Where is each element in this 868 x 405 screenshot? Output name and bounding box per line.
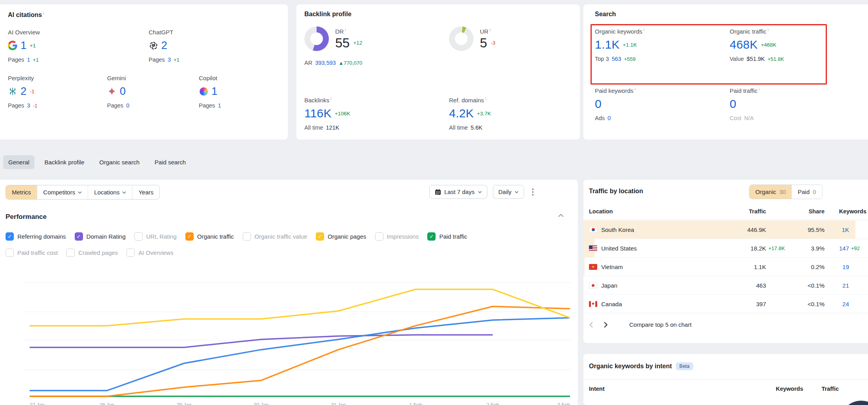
metric-checkbox[interactable]: ✓ Paid traffic: [427, 232, 467, 241]
backlink-profile-title: Backlink profile: [304, 11, 572, 18]
paid-traffic-value[interactable]: 0: [730, 97, 736, 111]
checkbox-icon[interactable]: ✓: [185, 232, 194, 241]
metric-checkbox[interactable]: AI Overviews: [126, 249, 173, 257]
svg-text:2 Feb: 2 Feb: [487, 402, 499, 405]
info-icon[interactable]: i: [759, 87, 760, 91]
ref-domains-value[interactable]: 4.2K: [449, 107, 474, 120]
search-title: Search: [595, 11, 860, 18]
info-icon[interactable]: i: [345, 27, 346, 32]
checkbox-icon[interactable]: [375, 232, 383, 241]
country-flag-icon: [589, 283, 597, 288]
metric-checkbox-row-2: Paid traffic cost Crawled pages AI Overv…: [6, 249, 174, 257]
top3-value[interactable]: 563: [611, 56, 621, 62]
competitors-dropdown[interactable]: Competitors: [37, 185, 88, 199]
intent-table-header: Intent Keywords Traffic: [583, 379, 868, 397]
perplexity-value[interactable]: 2: [21, 85, 26, 98]
metric-checkbox[interactable]: ✓ Domain Rating: [75, 232, 126, 241]
checkbox-icon[interactable]: [243, 232, 251, 241]
checkbox-icon[interactable]: ✓: [6, 232, 14, 241]
svg-text:27 Jan: 27 Jan: [30, 402, 45, 405]
compare-top5-link[interactable]: Compare top 5 on chart: [629, 321, 692, 328]
tab-backlink-profile[interactable]: Backlink profile: [39, 155, 89, 169]
checkbox-icon[interactable]: ✓: [427, 232, 436, 241]
chatgpt-value[interactable]: 2: [161, 40, 167, 52]
ads-value[interactable]: 0: [608, 115, 611, 121]
tab-general[interactable]: General: [3, 155, 34, 169]
svg-text:28 Jan: 28 Jan: [100, 402, 115, 405]
checkbox-icon[interactable]: [134, 232, 143, 241]
checkbox-icon[interactable]: [126, 249, 135, 257]
checkbox-icon[interactable]: [66, 249, 75, 257]
performance-title: Performance: [6, 213, 47, 221]
location-row[interactable]: United States 18.2K +17.8K 3.9% 147 +92: [583, 239, 868, 258]
ai-overview-value[interactable]: 1: [21, 40, 26, 52]
metric-checkbox[interactable]: URL Rating: [134, 232, 177, 241]
checkbox-icon[interactable]: [6, 249, 14, 257]
gemini-value[interactable]: 0: [120, 85, 126, 98]
google-icon: [8, 41, 17, 50]
checkbox-icon[interactable]: ✓: [75, 232, 83, 241]
granularity-dropdown[interactable]: Daily: [493, 185, 524, 199]
prev-page-icon[interactable]: [589, 322, 593, 328]
organic-toggle[interactable]: Organic30: [749, 185, 792, 199]
country-flag-icon: [589, 264, 597, 270]
paid-toggle[interactable]: Paid0: [792, 185, 822, 199]
organic-keywords-value[interactable]: 1.1K: [595, 38, 620, 51]
metric-checkbox[interactable]: ✓ Organic traffic: [185, 232, 234, 241]
info-icon[interactable]: i: [330, 96, 331, 101]
location-table-header: Location Traffic Share Keywords: [583, 203, 868, 220]
info-icon[interactable]: i: [635, 87, 636, 91]
perplexity-pages[interactable]: 3: [27, 102, 30, 109]
metrics-button[interactable]: Metrics: [6, 185, 37, 199]
info-icon[interactable]: i: [43, 11, 44, 15]
organic-traffic-value[interactable]: 468K: [730, 38, 758, 51]
keywords-link[interactable]: 21: [825, 282, 849, 289]
years-button[interactable]: Years: [132, 185, 159, 199]
copilot-pages[interactable]: 1: [218, 102, 221, 109]
keywords-link[interactable]: 19: [825, 264, 849, 270]
collapse-chevron-icon[interactable]: [558, 214, 564, 217]
keywords-link[interactable]: 1K: [825, 226, 849, 233]
location-row[interactable]: Vietnam 1.1K 0.2% 19: [583, 258, 868, 276]
tab-paid-search[interactable]: Paid search: [149, 155, 191, 169]
svg-text:1 Feb: 1 Feb: [409, 402, 422, 405]
paid-keywords-value[interactable]: 0: [595, 97, 602, 111]
chatgpt-icon: [149, 41, 158, 50]
date-range-dropdown[interactable]: Last 7 days: [429, 185, 487, 199]
copilot-value[interactable]: 1: [211, 85, 217, 98]
keywords-link[interactable]: 24: [825, 301, 849, 307]
country-flag-icon: [589, 301, 597, 307]
metric-checkbox[interactable]: ✓ Organic pages: [316, 232, 366, 241]
chatgpt-pages[interactable]: 3: [168, 57, 171, 63]
chart-line-domain-rating: [30, 335, 493, 348]
info-icon[interactable]: i: [490, 27, 491, 32]
svg-text:3 Feb: 3 Feb: [557, 402, 570, 405]
country-flag-icon: [589, 245, 597, 251]
metric-checkbox[interactable]: ✓ Referring domains: [6, 232, 66, 241]
info-icon[interactable]: i: [768, 27, 768, 32]
checkbox-icon[interactable]: ✓: [316, 232, 324, 241]
info-icon[interactable]: i: [643, 27, 644, 32]
dr-metric: DRi 55+12 AR393,593▲770,070: [304, 26, 449, 96]
metric-checkbox[interactable]: Impressions: [375, 232, 419, 241]
next-page-icon[interactable]: [604, 322, 608, 328]
info-icon[interactable]: i: [485, 96, 486, 101]
locations-dropdown[interactable]: Locations: [88, 185, 132, 199]
ai-citations-card: AI citationsi AI Overview 1 +1 Pages1+1 …: [0, 4, 288, 139]
location-row[interactable]: Japan 463 <0.1% 21: [583, 276, 868, 295]
ai-citations-title: AI citationsi: [8, 11, 280, 19]
chart-line-referring-domains: [30, 318, 570, 390]
performance-chart[interactable]: 27 Jan28 Jan29 Jan30 Jan31 Jan1 Feb2 Feb…: [24, 274, 571, 405]
backlinks-value[interactable]: 116K: [304, 107, 332, 120]
ai-overview-pages[interactable]: 1: [27, 57, 30, 63]
location-row[interactable]: South Korea 446.9K 95.5% 1K: [583, 220, 868, 239]
location-row[interactable]: Canada 397 <0.1% 24: [583, 295, 868, 313]
keywords-link[interactable]: 147: [825, 245, 849, 252]
gemini-pages[interactable]: 0: [126, 102, 129, 109]
metric-checkbox[interactable]: Crawled pages: [66, 249, 118, 257]
tab-organic-search[interactable]: Organic search: [94, 155, 145, 169]
metric-checkbox[interactable]: Organic traffic value: [243, 232, 307, 241]
metric-checkbox[interactable]: Paid traffic cost: [6, 249, 58, 257]
ar-value[interactable]: 393,593: [315, 60, 336, 66]
more-options-icon[interactable]: [530, 186, 536, 198]
